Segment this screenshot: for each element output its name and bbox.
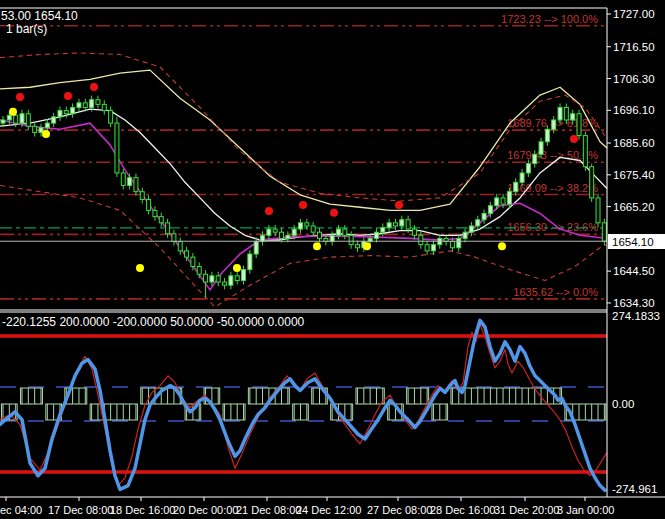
price-tick-label: 1644.50 (613, 265, 655, 277)
sell-signal-dot (16, 93, 24, 101)
candle-down (419, 235, 423, 244)
candle-down (14, 115, 18, 123)
candle-up (495, 198, 499, 206)
candle-up (292, 229, 296, 235)
candle-up (488, 206, 492, 214)
candle-up (381, 228, 385, 233)
fib-level-label: 1723.23 --> 100.0% (501, 13, 598, 25)
candle-up (507, 192, 511, 204)
current-price-tag: 1654.10 (608, 234, 665, 249)
time-label: 28 Dec 16:00 (430, 504, 495, 516)
candle-down (273, 229, 277, 232)
candle-up (39, 128, 43, 133)
time-label: 21 Dec 08:00 (236, 504, 301, 516)
sell-signal-dot (265, 207, 273, 215)
candle-down (197, 266, 201, 274)
time-label: 27 Dec 08:00 (367, 504, 432, 516)
candle-down (349, 235, 353, 244)
candle-up (431, 245, 435, 251)
candle-down (204, 274, 208, 282)
price-tick-label: 1706.30 (613, 73, 655, 85)
candle-up (514, 182, 518, 191)
time-label: 31 Dec 20:00 (494, 504, 559, 516)
candle-up (267, 229, 271, 235)
indicator-scale-min: -274.961 (612, 483, 657, 495)
warning-signal-dot (233, 264, 241, 272)
candle-down (147, 199, 151, 210)
candle-up (52, 117, 56, 123)
candle-down (590, 167, 594, 198)
candle-up (58, 111, 62, 117)
time-label: 17 Dec 08:00 (48, 504, 113, 516)
candle-up (469, 226, 473, 232)
candle-down (223, 282, 227, 285)
sell-signal-dot (330, 209, 338, 217)
sell-signal-dot (90, 83, 98, 91)
candle-down (64, 111, 68, 114)
candle-up (261, 235, 265, 241)
candle-up (482, 213, 486, 219)
candle-down (501, 198, 505, 204)
price-tick-label: 1685.60 (613, 137, 655, 149)
price-tick-label: 1696.10 (613, 104, 655, 116)
candle-down (412, 229, 416, 235)
time-label: 18 Dec 16:00 (110, 504, 175, 516)
candle-up (558, 108, 562, 120)
fib-level-label: 1669.09 --> 38.2% (507, 182, 598, 194)
candle-up (128, 178, 132, 186)
candle-down (450, 242, 454, 248)
candle-down (564, 108, 568, 120)
time-label: 3 Jan 00:00 (557, 504, 615, 516)
candle-up (552, 120, 556, 129)
price-tick-label: 1727.00 (613, 8, 655, 20)
candle-up (77, 103, 81, 108)
candle-up (1, 120, 5, 123)
candle-up (45, 123, 49, 128)
candle-down (191, 257, 195, 266)
time-label: ec 04:00 (0, 504, 42, 516)
candle-down (172, 234, 176, 242)
time-label: 24 Dec 12:00 (296, 504, 361, 516)
price-tick-label: 1675.40 (613, 169, 655, 181)
price-tick-label: 1634.30 (613, 297, 655, 309)
candle-down (583, 136, 587, 167)
candle-up (71, 108, 75, 114)
candle-down (83, 103, 87, 108)
candle-up (457, 238, 461, 247)
candle-down (393, 223, 397, 226)
candle-down (134, 178, 138, 192)
candle-up (299, 223, 303, 229)
candle-down (235, 276, 239, 281)
candle-down (115, 123, 119, 173)
candle-up (210, 276, 214, 282)
candle-down (425, 245, 429, 251)
price-tick-label: 1716.50 (613, 41, 655, 53)
sell-signal-dot (64, 92, 72, 100)
candle-down (305, 223, 309, 226)
candle-up (463, 232, 467, 238)
candle-up (20, 114, 24, 123)
candle-down (406, 220, 410, 229)
candle-down (109, 111, 113, 123)
sell-signal-dot (299, 201, 307, 209)
time-label: 20 Dec 00:00 (173, 504, 238, 516)
candle-up (248, 254, 252, 270)
candle-down (166, 223, 170, 234)
current-price-tag-label: 1654.10 (612, 236, 654, 248)
candle-down (26, 114, 30, 126)
candle-down (280, 232, 284, 238)
candle-down (178, 242, 182, 251)
indicator-scale-zero: 0.00 (612, 398, 634, 410)
candle-down (121, 173, 125, 185)
bar-count-text: 1 bar(s) (6, 22, 47, 36)
candle-up (229, 276, 233, 285)
candle-down (602, 223, 606, 241)
candle-down (216, 276, 220, 282)
candle-up (7, 115, 11, 120)
candle-down (355, 245, 359, 248)
indicator-values-text: -220.1255 200.0000 -200.0000 50.0000 -50… (2, 315, 305, 329)
warning-signal-dot (136, 264, 144, 272)
warning-signal-dot (42, 130, 50, 138)
candle-up (242, 270, 246, 281)
candle-up (286, 235, 290, 238)
